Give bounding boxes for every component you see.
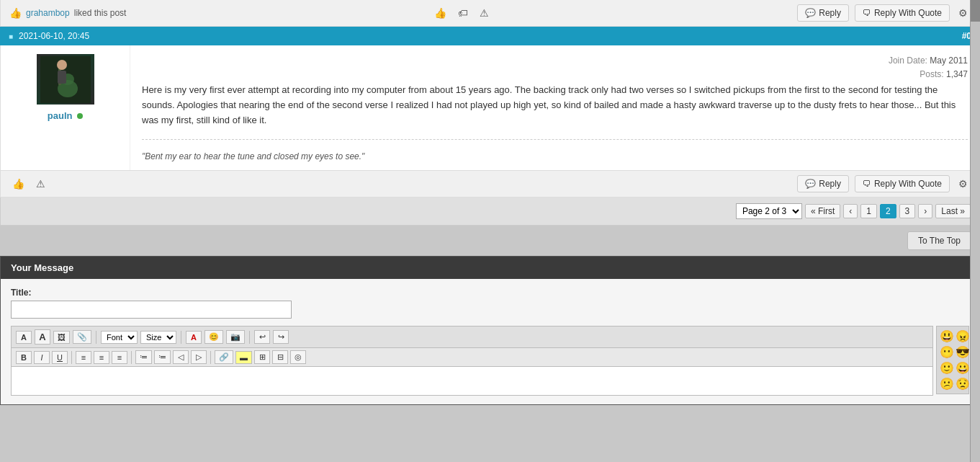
page-3-button[interactable]: 3 (899, 204, 916, 218)
highlight-btn[interactable]: ▬ (235, 351, 252, 364)
emoji-sad[interactable]: 😟 (956, 377, 970, 391)
toolbar-sep-6 (210, 351, 211, 364)
indent-increase-btn[interactable]: ▷ (191, 350, 207, 364)
editor-toolbar-row2: B I U ≡ ≡ ≡ ≔ ≔ ◁ ▷ 🔗 ▬ ⊞ ⊟ (11, 348, 933, 367)
align-center-btn[interactable]: ≡ (94, 351, 109, 364)
reply-quote-icon-bottom: 🗨 (863, 179, 871, 189)
post-body-area: Join Date: May 2011 Posts: 1,347 Here is… (130, 45, 979, 170)
svg-rect-5 (58, 71, 66, 84)
page-selector[interactable]: Page 2 of 3 (736, 203, 802, 219)
toolbar-undo-btn[interactable]: ↩ (254, 330, 270, 344)
emoji-row-4: 😕 😟 (940, 377, 966, 391)
report-button-top[interactable]: ⚠ (477, 6, 492, 20)
emoji-happy[interactable]: 😃 (940, 329, 954, 343)
bottom-post-actions-right: 💬 Reply 🗨 Reply With Quote ⚙ (797, 175, 971, 192)
compose-header: Your Message (1, 257, 979, 279)
posts-value: 1,347 (946, 69, 968, 79)
reply-button-bottom[interactable]: 💬 Reply (797, 175, 849, 192)
like-button-bottom[interactable]: 👍 (9, 177, 27, 191)
post-user-sidebar: pauln (1, 45, 130, 170)
posts-label: Posts: (920, 69, 943, 79)
post-divider (142, 139, 968, 140)
more-options-button-bottom[interactable]: ⚙ (956, 177, 971, 191)
thumbs-up-icon: 👍 (9, 7, 22, 19)
liked-by-link[interactable]: grahambop (26, 8, 70, 18)
emoji-confused[interactable]: 😕 (940, 377, 954, 391)
emoji-neutral[interactable]: 😶 (940, 345, 954, 359)
emoji-cool[interactable]: 😎 (956, 345, 970, 359)
italic-btn[interactable]: I (34, 351, 50, 364)
title-label: Title: (11, 288, 969, 298)
font-select[interactable]: Font (101, 331, 138, 344)
align-left-btn[interactable]: ≡ (76, 351, 91, 364)
post-datetime: 2021-06-10, 20:45 (19, 31, 89, 41)
emoji-smile[interactable]: 🙂 (940, 361, 954, 375)
last-page-button[interactable]: Last » (935, 204, 971, 218)
emoji-row-2: 😶 😎 (940, 345, 966, 359)
username-link[interactable]: pauln (48, 110, 73, 121)
report-icon: ⚠ (480, 7, 489, 19)
more-options-button-top[interactable]: ⚙ (956, 6, 971, 20)
toolbar-color-btn[interactable]: A (186, 331, 202, 344)
page-2-button[interactable]: 2 (880, 204, 896, 218)
post-content-area: pauln Join Date: May 2011 Posts: 1,347 H… (0, 45, 980, 171)
liked-text: liked this post (74, 8, 127, 18)
size-select[interactable]: Size (140, 331, 176, 344)
emoji-row-1: 😃 😠 (940, 329, 966, 343)
title-input[interactable] (11, 301, 292, 319)
join-date-value: May 2011 (930, 55, 968, 66)
link-btn[interactable]: 🔗 (215, 350, 233, 364)
prev-page-button[interactable]: ‹ (843, 204, 858, 218)
reply-icon: 💬 (805, 8, 816, 18)
toolbar-smiley-btn[interactable]: 😊 (204, 330, 223, 344)
emoji-angry[interactable]: 😠 (956, 329, 970, 343)
next-page-button[interactable]: › (918, 204, 932, 218)
pagination-bar: Page 2 of 3 « First ‹ 1 2 3 › Last » (0, 197, 980, 226)
more-icon-bottom: ⚙ (958, 178, 968, 190)
page-1-button[interactable]: 1 (860, 204, 877, 218)
align-right-btn[interactable]: ≡ (112, 351, 127, 364)
post-dot-icon: ■ (9, 32, 13, 40)
editor-body-area[interactable] (11, 367, 933, 396)
liked-info: 👍 grahambop liked this post (9, 7, 126, 19)
first-page-button[interactable]: « First (805, 204, 840, 218)
bottom-post-footer: 👍 ⚠ 💬 Reply 🗨 Reply With Quote ⚙ (0, 171, 980, 197)
report-button-bottom[interactable]: ⚠ (33, 177, 48, 191)
scrollbar[interactable] (970, 0, 980, 405)
tag-icon: 🏷 (458, 7, 468, 19)
reply-with-quote-button-bottom[interactable]: 🗨 Reply With Quote (855, 175, 950, 192)
like-button-top[interactable]: 👍 (431, 6, 449, 20)
list-bullet-btn[interactable]: ≔ (135, 350, 152, 364)
underline-btn[interactable]: U (52, 351, 68, 364)
toolbar-icon2[interactable]: 📎 (73, 330, 91, 344)
more-icon: ⚙ (958, 7, 968, 19)
list-number-btn[interactable]: ≔ (154, 350, 171, 364)
scrollbar-thumb[interactable] (971, 0, 980, 22)
emoji-panel: 😃 😠 😶 😎 🙂 😀 😕 😟 (936, 326, 969, 394)
reply-icon-bottom: 💬 (805, 179, 816, 189)
toolbar-font-size-A[interactable]: A (35, 329, 50, 345)
emoji-grin[interactable]: 😀 (956, 361, 970, 375)
table-btn[interactable]: ⊞ (254, 350, 270, 364)
emoji-row-3: 🙂 😀 (940, 361, 966, 375)
reply-with-quote-button-top[interactable]: 🗨 Reply With Quote (855, 4, 950, 22)
toolbar-sep-2 (181, 331, 181, 344)
hr-btn[interactable]: ◎ (290, 350, 306, 364)
toolbar-icon1[interactable]: 🖼 (53, 331, 70, 344)
compose-body: Title: A A 🖼 📎 Font Size (1, 279, 979, 404)
reply-quote-icon: 🗨 (863, 8, 871, 18)
tag-button-top[interactable]: 🏷 (455, 6, 471, 20)
bottom-post-actions-left: 👍 ⚠ (9, 177, 48, 191)
code-btn[interactable]: ⊟ (272, 350, 288, 364)
reply-button-top[interactable]: 💬 Reply (797, 4, 849, 22)
bold-btn[interactable]: B (16, 351, 32, 364)
toolbar-media-btn[interactable]: 📷 (226, 330, 245, 344)
to-top-button[interactable]: To The Top (907, 231, 971, 250)
post-quote: "Bent my ear to hear the tune and closed… (142, 151, 968, 161)
indent-decrease-btn[interactable]: ◁ (173, 350, 189, 364)
join-date-label: Join Date: (889, 55, 927, 66)
to-top-bar: To The Top (0, 226, 980, 256)
toolbar-redo-btn[interactable]: ↪ (273, 330, 289, 344)
report-icon-bottom: ⚠ (36, 178, 45, 190)
toolbar-font-size-a[interactable]: A (16, 331, 32, 344)
